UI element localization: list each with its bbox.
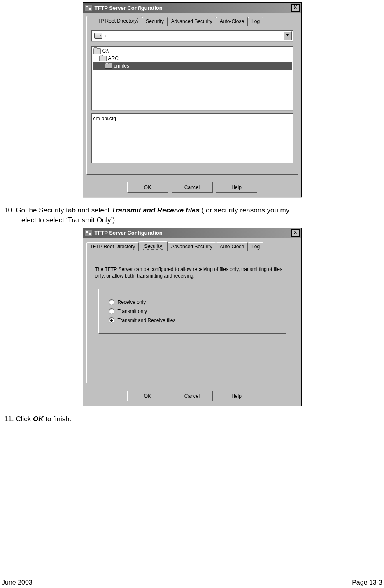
tab-advanced-security[interactable]: Advanced Security: [168, 17, 216, 26]
folder-row-selected[interactable]: cmfiles: [93, 62, 292, 70]
footer-page: Page 13-3: [352, 579, 382, 586]
drive-combo[interactable]: c: ▼: [91, 30, 293, 42]
tab-row: TFTP Root Directory Security Advanced Se…: [83, 13, 301, 26]
window-title: TFTP Server Configuration: [95, 230, 163, 236]
folder-label: C:\: [102, 48, 109, 54]
dropdown-arrow-icon[interactable]: ▼: [284, 31, 292, 40]
security-radio-group: Receive only Transmit only Transmit and …: [98, 289, 286, 334]
close-button[interactable]: X: [291, 229, 300, 237]
footer-date: June 2003: [2, 579, 33, 586]
app-icon: [85, 5, 92, 11]
folder-icon: [93, 48, 101, 54]
step-11-text: 11. Click OK to finish.: [4, 414, 380, 424]
radio-transmit-only[interactable]: Transmit only: [109, 307, 276, 316]
radio-transmit-receive[interactable]: Transmit and Receive files: [109, 316, 276, 325]
radio-label: Transmit only: [118, 308, 147, 314]
page-footer: June 2003 Page 13-3: [0, 579, 384, 586]
cancel-button[interactable]: Cancel: [172, 182, 213, 193]
radio-label: Transmit and Receive files: [118, 317, 176, 323]
folder-row[interactable]: ARCi: [93, 55, 292, 62]
ok-button[interactable]: OK: [127, 391, 168, 401]
tab-panel: c: ▼ C:\ ARCi cmfiles cm-bpi.cfg: [86, 26, 298, 175]
button-row: OK Cancel Help: [83, 387, 301, 406]
window-title: TFTP Server Configuration: [95, 5, 163, 11]
file-list[interactable]: cm-bpi.cfg: [91, 113, 293, 163]
folder-icon: [105, 63, 112, 69]
radio-icon: [109, 317, 114, 323]
tab-root-directory[interactable]: TFTP Root Directory: [86, 16, 142, 26]
tftp-config-dialog-1: TFTP Server Configuration X TFTP Root Di…: [83, 2, 302, 197]
drive-label: c:: [105, 33, 284, 39]
titlebar[interactable]: TFTP Server Configuration X: [83, 228, 301, 238]
radio-label: Receive only: [118, 299, 146, 305]
tab-auto-close[interactable]: Auto-Close: [216, 242, 248, 251]
help-button[interactable]: Help: [216, 391, 257, 401]
file-item[interactable]: cm-bpi.cfg: [93, 116, 116, 121]
security-description: The TFTP Server can be configured to all…: [95, 266, 289, 279]
tab-panel: The TFTP Server can be configured to all…: [86, 251, 298, 383]
tab-advanced-security[interactable]: Advanced Security: [168, 242, 216, 251]
ok-button[interactable]: OK: [127, 182, 168, 193]
drive-icon: [94, 33, 102, 39]
radio-icon: [109, 308, 114, 314]
titlebar[interactable]: TFTP Server Configuration X: [83, 3, 301, 13]
tftp-config-dialog-2: TFTP Server Configuration X TFTP Root Di…: [83, 228, 302, 406]
tab-row: TFTP Root Directory Security Advanced Se…: [83, 238, 301, 251]
tab-security[interactable]: Security: [142, 17, 167, 26]
folder-tree[interactable]: C:\ ARCi cmfiles: [91, 46, 293, 111]
folder-icon: [99, 56, 107, 61]
app-icon: [85, 230, 92, 236]
cancel-button[interactable]: Cancel: [172, 391, 213, 401]
tab-root-directory[interactable]: TFTP Root Directory: [86, 242, 139, 251]
tab-auto-close[interactable]: Auto-Close: [216, 17, 248, 26]
folder-label: cmfiles: [114, 63, 129, 69]
button-row: OK Cancel Help: [83, 178, 301, 197]
tab-log[interactable]: Log: [248, 242, 263, 251]
close-button[interactable]: X: [291, 4, 300, 12]
help-button[interactable]: Help: [216, 182, 257, 193]
folder-row[interactable]: C:\: [93, 47, 292, 55]
tab-log[interactable]: Log: [248, 17, 263, 26]
radio-icon: [109, 299, 114, 305]
tab-security[interactable]: Security: [139, 241, 167, 251]
radio-receive-only[interactable]: Receive only: [109, 298, 276, 307]
step-10-text: 10. Go the Security tab and select Trans…: [4, 205, 380, 225]
folder-label: ARCi: [108, 56, 120, 61]
